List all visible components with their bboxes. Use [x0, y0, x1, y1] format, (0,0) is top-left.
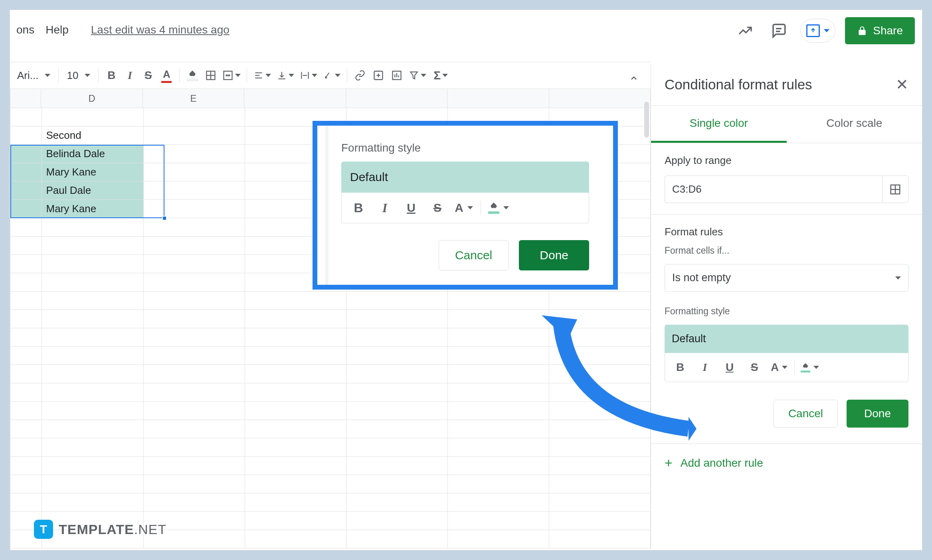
chevron-down-icon [421, 74, 426, 77]
underline-button[interactable]: U [402, 198, 421, 217]
chevron-down-icon [467, 206, 473, 209]
column-header-e[interactable]: E [143, 89, 244, 108]
chevron-down-icon [312, 74, 317, 77]
text-rotation-button[interactable] [321, 67, 343, 84]
range-input[interactable]: C3:D6 [665, 175, 882, 203]
lock-icon [857, 26, 867, 36]
vertical-align-button[interactable] [274, 67, 297, 84]
strikethrough-button[interactable]: S [139, 67, 157, 84]
borders-button[interactable] [202, 67, 220, 84]
font-family-select[interactable]: Ari... [13, 69, 54, 82]
toolbar: Ari... 10 B I S A Σ [10, 62, 651, 89]
chevron-down-icon [813, 366, 819, 369]
italic-button[interactable]: I [121, 67, 139, 84]
done-button[interactable]: Done [847, 400, 908, 428]
watermark-badge: T [34, 520, 53, 539]
add-another-rule-button[interactable]: + Add another rule [651, 444, 922, 482]
chevron-down-icon [782, 366, 788, 369]
cell-d4[interactable]: Mary Kane [42, 163, 143, 181]
chevron-down-icon [335, 74, 340, 77]
format-rules-label: Format rules [651, 215, 922, 241]
comment-history-icon[interactable] [767, 19, 791, 43]
fill-color-button[interactable] [488, 198, 509, 217]
callout-done-button[interactable]: Done [519, 240, 589, 270]
chevron-down-icon [289, 74, 294, 77]
chevron-down-icon [235, 74, 241, 77]
bold-button[interactable]: B [349, 198, 368, 217]
underline-button[interactable]: U [720, 358, 739, 377]
cell-d5[interactable]: Paul Dale [42, 181, 143, 200]
apply-to-range-label: Apply to range [651, 143, 922, 170]
callout-formatting-style: Formatting style Default B I U S A Cance… [313, 121, 618, 290]
format-condition-select[interactable]: Is not empty [665, 264, 908, 292]
chevron-down-icon [45, 74, 50, 77]
chevron-down-icon [895, 276, 901, 280]
formatting-style-label: Formatting style [651, 302, 922, 321]
collapse-toolbar-button[interactable] [625, 69, 643, 87]
functions-button[interactable]: Σ [429, 67, 452, 84]
chevron-down-icon [265, 74, 271, 77]
font-size-select[interactable]: 10 [63, 69, 94, 82]
callout-cancel-button[interactable]: Cancel [439, 240, 509, 270]
present-button[interactable] [800, 19, 835, 43]
text-wrap-button[interactable] [297, 67, 320, 84]
tab-single-color[interactable]: Single color [651, 106, 787, 143]
fill-color-button[interactable] [800, 358, 819, 377]
cancel-button[interactable]: Cancel [774, 400, 838, 428]
bold-button[interactable]: B [671, 358, 690, 377]
conditional-format-sidebar: Conditional format rules ✕ Single color … [651, 64, 922, 550]
watermark: T TEMPLATE.NET [34, 520, 166, 539]
scroll-handle[interactable] [644, 102, 649, 138]
default-style-preview[interactable]: Default [665, 325, 908, 353]
menu-bar: ons Help Last edit was 4 minutes ago Sha… [10, 10, 922, 50]
horizontal-align-button[interactable] [251, 67, 273, 84]
cell-d6[interactable]: Mary Kane [42, 200, 143, 218]
chevron-down-icon [824, 29, 829, 32]
insert-chart-button[interactable] [388, 67, 406, 84]
menu-help[interactable]: Help [46, 24, 69, 36]
cell-d2[interactable]: Second [42, 126, 143, 145]
italic-button[interactable]: I [375, 198, 394, 217]
bold-button[interactable]: B [103, 67, 120, 84]
tab-color-scale[interactable]: Color scale [787, 106, 922, 143]
menu-addons[interactable]: ons [16, 24, 34, 36]
column-header-d[interactable]: D [41, 89, 142, 108]
text-color-button[interactable]: A [158, 67, 175, 84]
strikethrough-button[interactable]: S [428, 198, 447, 217]
chevron-down-icon [442, 74, 448, 77]
chevron-down-icon [503, 206, 509, 209]
share-button[interactable]: Share [845, 17, 915, 44]
strikethrough-button[interactable]: S [745, 358, 764, 377]
text-color-button[interactable]: A [454, 198, 473, 217]
callout-formatting-style-label: Formatting style [341, 142, 589, 154]
share-label: Share [873, 24, 903, 37]
filter-button[interactable] [406, 67, 429, 84]
sidebar-title: Conditional format rules [665, 77, 812, 93]
format-cells-if-label: Format cells if... [651, 241, 922, 260]
selection-handle[interactable] [162, 216, 167, 221]
plus-icon: + [665, 455, 673, 471]
fill-color-button[interactable] [184, 67, 201, 84]
chevron-down-icon [85, 74, 90, 77]
cell-d3[interactable]: Belinda Dale [42, 145, 143, 163]
text-color-button[interactable]: A [770, 358, 789, 377]
merge-cells-button[interactable] [220, 67, 243, 84]
insert-link-button[interactable] [351, 67, 369, 84]
callout-default-preview[interactable]: Default [341, 162, 589, 193]
last-edit-link[interactable]: Last edit was 4 minutes ago [91, 24, 230, 36]
insert-comment-button[interactable] [370, 67, 387, 84]
trend-icon[interactable] [733, 19, 757, 43]
close-icon[interactable]: ✕ [896, 76, 908, 93]
select-range-button[interactable] [882, 175, 908, 203]
italic-button[interactable]: I [695, 358, 714, 377]
